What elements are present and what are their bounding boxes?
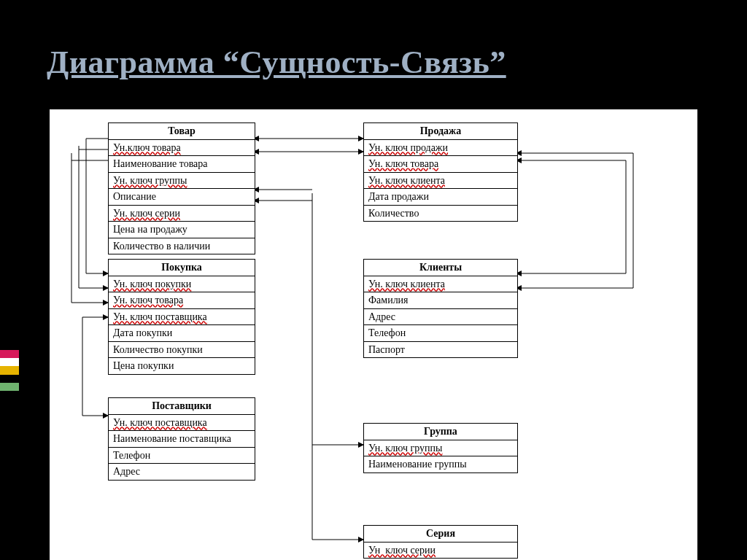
entity-field: Описание: [109, 189, 255, 206]
slide-title: Диаграмма “Сущность-Связь”: [47, 44, 506, 81]
entity-field: Цена покупки: [109, 358, 255, 374]
entity-field: Телефон: [109, 448, 255, 464]
accent-swatch: [0, 358, 19, 366]
entity-prodazha: Продажа Ун. ключ продажи Ун. ключ товара…: [363, 122, 518, 222]
entity-header: Продажа: [364, 123, 517, 140]
accent-swatch: [0, 383, 19, 391]
entity-field: Дата покупки: [109, 325, 255, 342]
entity-header: Товар: [109, 123, 255, 140]
entity-tovar: Товар Ун.ключ товара Наименование товара…: [108, 122, 255, 254]
entity-field: Наименование товара: [109, 156, 255, 173]
accent-swatch: [0, 375, 19, 383]
entity-field: Количество в наличии: [109, 238, 255, 254]
entity-field: Фамилия: [364, 292, 517, 309]
entity-header: Группа: [364, 424, 517, 440]
entity-header: Покупка: [109, 260, 255, 276]
entity-gruppa: Группа Ун. ключ группы Наименование груп…: [363, 423, 518, 473]
entity-field: Адрес: [364, 309, 517, 326]
entity-field: Телефон: [364, 325, 517, 342]
entity-field: Количество: [364, 206, 517, 222]
accent-swatch: [0, 366, 19, 374]
entity-header: Поставщики: [109, 398, 255, 415]
entity-field: Ун.ключ товара: [109, 140, 255, 157]
entity-field: Количество покупки: [109, 342, 255, 359]
entity-field: Паспорт: [364, 342, 517, 358]
entity-field: Адрес: [109, 464, 255, 480]
entity-field: Наименование поставщика: [109, 431, 255, 448]
entity-header: Серия: [364, 526, 517, 542]
entity-field: Ун. ключ поставщика: [109, 309, 255, 326]
entity-field: Ун. ключ поставщика: [109, 415, 255, 432]
entity-field: Ун. ключ покупки: [109, 276, 255, 293]
entity-field: Ун. ключ группы: [109, 173, 255, 190]
accent-bar: [0, 350, 19, 391]
entity-field: Дата продажи: [364, 189, 517, 206]
entity-field: Ун. ключ клиента: [364, 173, 517, 190]
slide: Диаграмма “Сущность-Связь”: [0, 0, 747, 560]
entity-postavshiki: Поставщики Ун. ключ поставщика Наименова…: [108, 397, 255, 481]
entity-field: Ун. ключ продажи: [364, 140, 517, 157]
entity-field: Ун. ключ клиента: [364, 276, 517, 293]
entity-pokupka: Покупка Ун. ключ покупки Ун. ключ товара…: [108, 259, 255, 375]
entity-field: Ун ключ серии: [364, 542, 517, 559]
entity-field: Ун. ключ товара: [364, 156, 517, 173]
entity-field: Цена на продажу: [109, 222, 255, 238]
entity-field: Ун. ключ товара: [109, 292, 255, 309]
entity-field: Ун. ключ группы: [364, 440, 517, 457]
diagram-canvas: Товар Ун.ключ товара Наименование товара…: [50, 109, 697, 560]
entity-klienty: Клиенты Ун. ключ клиента Фамилия Адрес Т…: [363, 259, 518, 358]
entity-header: Клиенты: [364, 260, 517, 276]
entity-seriya: Серия Ун ключ серии: [363, 525, 518, 559]
accent-swatch: [0, 350, 19, 358]
entity-field: Ун. ключ серии: [109, 206, 255, 222]
entity-field: Наименование группы: [364, 456, 517, 472]
